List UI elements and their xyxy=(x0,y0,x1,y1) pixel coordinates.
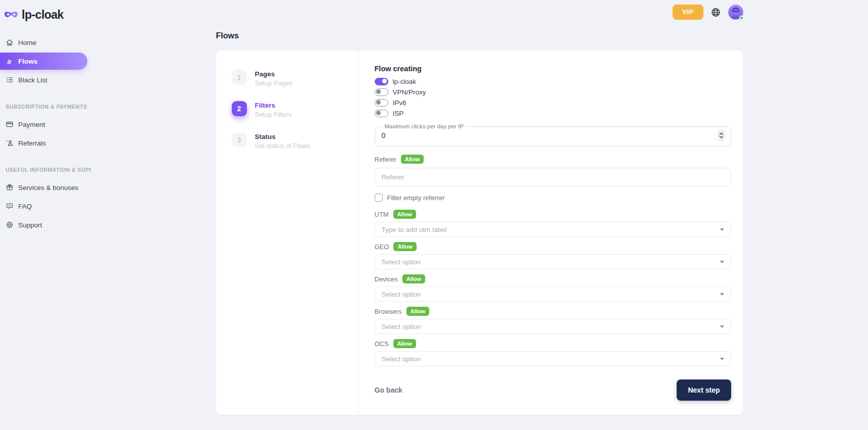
wizard-steps: 1 Pages Setup Pages 2 Filters Setup Filt… xyxy=(216,51,359,415)
max-clicks-label: Maximum clicks per day per IP xyxy=(383,123,466,129)
filter-toggles: lp-cloak VPN/Proxy IPv6 ISP xyxy=(375,78,731,117)
sidebar: lp-cloak Home Flows Black List Subscr xyxy=(0,0,91,430)
lifebuoy-icon xyxy=(6,221,14,229)
referer-allow-badge[interactable]: Allow xyxy=(401,155,424,164)
toggle-vpn-proxy[interactable]: VPN/Proxy xyxy=(375,88,731,96)
sidebar-item-label: Black List xyxy=(18,76,47,84)
sidebar-item-black-list[interactable]: Black List xyxy=(0,71,91,88)
brand-logo[interactable]: lp-cloak xyxy=(0,6,91,22)
browsers-placeholder: Select option xyxy=(382,323,421,330)
next-step-button[interactable]: Next step xyxy=(677,379,731,401)
flow-wizard-card: 1 Pages Setup Pages 2 Filters Setup Filt… xyxy=(216,51,743,415)
ocs-allow-badge[interactable]: Allow xyxy=(393,339,416,348)
devices-select[interactable]: Select option xyxy=(375,286,731,302)
step-number: 1 xyxy=(232,70,247,85)
utm-allow-badge[interactable]: Allow xyxy=(393,210,416,219)
toggle-label: ISP xyxy=(393,110,404,117)
step-subtitle: Set status of Flows xyxy=(255,142,311,150)
globe-icon xyxy=(710,7,721,18)
vip-button[interactable]: VIP xyxy=(673,5,703,20)
form-footer: Go back Next step xyxy=(375,379,731,401)
ocs-select[interactable]: Select option xyxy=(375,351,731,366)
user-avatar[interactable] xyxy=(728,5,743,20)
ocs-label: OCS xyxy=(375,340,389,348)
ocs-group: OCS Allow Select option xyxy=(375,339,731,366)
utm-select[interactable]: Type to add utm label xyxy=(375,222,731,237)
toggle-knob xyxy=(376,100,381,105)
flows-icon xyxy=(6,57,14,65)
sidebar-item-label: Home xyxy=(18,39,36,46)
sidebar-section-subscription: Subscription & Payments xyxy=(6,104,91,110)
toggle-ipv6[interactable]: IPv6 xyxy=(375,99,731,107)
caret-down-icon xyxy=(720,358,724,360)
flow-creating-form: Flow creating lp-cloak VPN/Proxy IPv6 xyxy=(359,51,743,415)
referer-input[interactable] xyxy=(375,168,731,186)
max-clicks-input[interactable] xyxy=(382,131,483,139)
section-header-label: Subscription & Payments xyxy=(6,104,87,110)
faq-icon: ?! xyxy=(6,202,14,210)
browsers-allow-badge[interactable]: Allow xyxy=(406,307,429,316)
step-subtitle: Setup Filters xyxy=(255,111,292,118)
step-title: Filters xyxy=(255,101,292,109)
sidebar-item-label: FAQ xyxy=(18,203,32,210)
mask-logo-icon xyxy=(4,10,18,20)
form-title: Flow creating xyxy=(375,65,731,73)
toggle-label: IPv6 xyxy=(393,99,406,107)
sidebar-item-services-bonuses[interactable]: Services & bonuses xyxy=(0,179,91,196)
geo-label: GEO xyxy=(375,243,389,251)
sidebar-item-label: Services & bonuses xyxy=(18,184,78,192)
svg-text:?!: ?! xyxy=(8,204,11,207)
sidebar-item-flows[interactable]: Flows xyxy=(0,53,87,70)
toggle-isp[interactable]: ISP xyxy=(375,110,731,117)
sidebar-item-support[interactable]: Support xyxy=(0,216,91,233)
caret-down-icon xyxy=(720,228,724,231)
devices-placeholder: Select option xyxy=(382,291,421,298)
step-status[interactable]: 3 Status Set status of Flows xyxy=(232,132,358,150)
page-title: Flows xyxy=(216,31,743,40)
caret-down-icon xyxy=(720,261,724,263)
devices-label: Devices xyxy=(375,275,398,283)
toggle-lp-cloak[interactable]: lp-cloak xyxy=(375,78,731,85)
go-back-button[interactable]: Go back xyxy=(375,386,402,394)
toggle-switch[interactable] xyxy=(375,110,388,117)
geo-select[interactable]: Select option xyxy=(375,254,731,269)
devices-allow-badge[interactable]: Allow xyxy=(402,274,425,283)
referer-label: Referer xyxy=(375,156,396,163)
toggle-switch[interactable] xyxy=(375,78,388,85)
brand-name: lp-cloak xyxy=(22,8,64,22)
number-stepper[interactable] xyxy=(717,129,726,141)
geo-allow-badge[interactable]: Allow xyxy=(393,242,416,251)
step-filters[interactable]: 2 Filters Setup Filters xyxy=(232,101,358,118)
browsers-group: Browsers Allow Select option xyxy=(375,307,731,334)
main-area: VIP xyxy=(91,0,868,430)
black-list-icon xyxy=(6,76,14,84)
toggle-switch[interactable] xyxy=(375,99,388,107)
language-globe-button[interactable] xyxy=(710,7,721,18)
checkbox-label: Filter empty referrer xyxy=(387,194,445,202)
sidebar-item-payment[interactable]: Payment xyxy=(0,116,91,133)
payment-icon xyxy=(6,120,14,128)
checkbox[interactable] xyxy=(375,194,383,202)
utm-label: UTM xyxy=(375,211,389,218)
online-status-dot xyxy=(739,16,744,20)
devices-group: Devices Allow Select option xyxy=(375,274,731,302)
sidebar-item-home[interactable]: Home xyxy=(0,34,91,51)
sidebar-item-referrals[interactable]: Referrals xyxy=(0,134,91,152)
browsers-select[interactable]: Select option xyxy=(375,319,731,334)
caret-down-icon xyxy=(720,293,724,296)
browsers-label: Browsers xyxy=(375,308,402,315)
toggle-switch[interactable] xyxy=(375,88,388,96)
geo-placeholder: Select option xyxy=(382,258,421,266)
utm-placeholder: Type to add utm label xyxy=(382,226,447,233)
toggle-knob xyxy=(376,111,381,115)
section-header-label: Useful information & support xyxy=(6,167,91,173)
geo-group: GEO Allow Select option xyxy=(375,242,731,269)
sidebar-item-label: Payment xyxy=(18,121,45,128)
sidebar-item-label: Support xyxy=(18,221,42,229)
topbar: VIP xyxy=(216,4,743,20)
filter-empty-referrer-checkbox-row[interactable]: Filter empty referrer xyxy=(375,194,731,202)
sidebar-item-faq[interactable]: ?! FAQ xyxy=(0,198,91,215)
step-number: 2 xyxy=(232,101,247,116)
step-pages[interactable]: 1 Pages Setup Pages xyxy=(232,70,358,87)
referrals-icon xyxy=(6,139,14,147)
